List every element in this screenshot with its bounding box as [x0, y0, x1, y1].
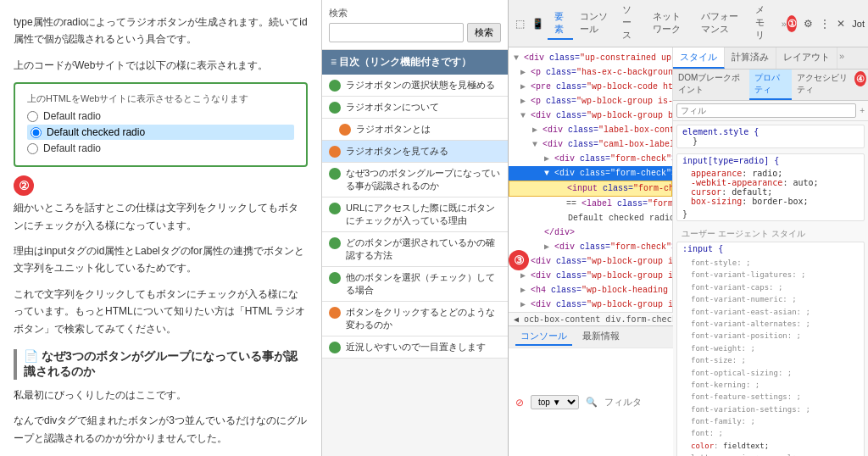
circle-badge-4: ④ — [854, 71, 866, 86]
toc-bullet-6 — [329, 237, 341, 249]
toc-header: ≡ 目次（リンク機能付きです） — [322, 50, 508, 75]
circle-badge-1-toolbar: ① — [787, 15, 797, 32]
element-style-rule: element.style { } — [677, 125, 864, 147]
search-area: 検索 検索 — [322, 0, 508, 50]
inspect-button[interactable]: ⬚ — [512, 16, 528, 31]
html-line-1: ▶ <p class="has-ex-c-background has-back… — [509, 65, 672, 80]
radio-item-2[interactable]: Default checked radio — [27, 125, 294, 140]
html-line-15: ▶ <div class="wp-block-group is-content-… — [509, 269, 672, 283]
styles-content: element.style { } input[type=radio] { ap… — [673, 121, 868, 456]
toc-item-4[interactable]: なぜ3つのボタングループになっている事が認識されるのか — [322, 163, 508, 197]
devtools-toolbar: ⬚ 📱 要素 コンソール ソース ネットワーク パフォーマンス メモリ » ① … — [509, 0, 868, 47]
toc-item-6[interactable]: どのボタンが選択されているかの確認する方法 — [322, 232, 508, 267]
jot-label: Jot — [852, 19, 865, 29]
section-heading: 📄 なぜ3つのボタンがグループになっている事が認識されるのか — [14, 349, 308, 380]
toc-bullet-9 — [329, 342, 341, 353]
html-line-7: ▶ <div class="form-check">= </div> — [509, 152, 672, 166]
tab-performance[interactable]: パフォーマンス — [694, 8, 748, 40]
html-line-3: ▶ <p class="wp-block-group is-content-ju… — [509, 94, 672, 108]
close-devtools-button[interactable]: ✕ — [833, 16, 849, 31]
html-line-13: ▶ <div class="form-check">= </div> — [509, 240, 672, 254]
breadcrumb-bar: ◀ ocb-box-content div.form-check div#fle… — [509, 312, 673, 325]
toc-item-7[interactable]: 他のボタンを選択（チェック）してる場合 — [322, 267, 508, 302]
radio-item-3[interactable]: Default radio — [27, 142, 294, 154]
toc-bullet-8 — [329, 307, 341, 319]
html-line-12: </div> — [509, 225, 672, 240]
toc-bullet-1 — [329, 102, 341, 114]
console-filter-input[interactable] — [604, 397, 673, 408]
html-panel: ▼ <div class="up-constrained up-containe… — [509, 47, 673, 312]
toc-list: ラジオボタンの選択状態を見極める ラジオボタンについて ラジオボタンとは ラジオ… — [322, 75, 508, 359]
toc-bullet-0 — [329, 80, 341, 92]
new-rule-icon[interactable]: + — [860, 106, 865, 115]
tab-network[interactable]: ネットワーク — [646, 8, 694, 40]
ua-input-selector: :input { — [677, 242, 864, 255]
paragraph-4: 理由はinputタグのid属性とLabelタグのfor属性の連携でボタンと文字列… — [14, 242, 308, 277]
html-line-14: ▶ <div class="wp-block-group is-content-… — [509, 254, 672, 269]
sub-tab-dom[interactable]: DOMブレークポイント — [673, 70, 749, 100]
more-tabs-icon[interactable]: » — [782, 19, 787, 29]
intro-paragraph-1: type属性のradioによってラジオボタンが生成されます。続いてid属性で個が… — [14, 14, 308, 48]
section-icon: 📄 — [24, 349, 38, 363]
styles-filter-input[interactable] — [676, 103, 856, 118]
more-styles-tabs[interactable]: » — [837, 47, 846, 69]
toc-item-3[interactable]: ラジオボタンを見てみる — [322, 141, 508, 163]
more-options-button[interactable]: ⋮ — [816, 16, 833, 31]
sub-tabs: DOMブレークポイント プロパティ アクセシビリティ ④ — [673, 70, 868, 101]
html-line-2: ▶ <pre class="wp-block-code html bljs xm… — [509, 80, 672, 94]
search-button[interactable]: 検索 — [467, 23, 501, 42]
console-tab-updates[interactable]: 最新情報 — [577, 328, 625, 346]
tab-memory[interactable]: メモリ — [748, 1, 780, 46]
html-line-6: ▼ <div class="caml-box-label block-box-b… — [509, 137, 672, 152]
styles-filter-bar: + — [673, 101, 868, 121]
sub-tab-properties[interactable]: プロパティ — [749, 70, 792, 100]
toc-item-1[interactable]: ラジオボタンについて — [322, 97, 508, 119]
styles-tab-layout[interactable]: レイアウト — [776, 47, 837, 69]
radio-label-3: Default radio — [43, 142, 101, 154]
radio-label-1: Default radio — [43, 110, 101, 122]
intro-paragraph-2: 上のコードがWebサイトでは以下の様に表示されます。 — [14, 57, 308, 74]
toc-item-9[interactable]: 近況しやすいので一目置きします — [322, 336, 508, 359]
tab-console[interactable]: コンソール — [573, 8, 615, 40]
toc-item-0[interactable]: ラジオボタンの選択状態を見極める — [322, 75, 508, 97]
device-toggle[interactable]: 📱 — [528, 16, 548, 31]
console-bar: コンソール 最新情報 — [509, 325, 673, 348]
styles-tab-style[interactable]: スタイル — [673, 47, 725, 69]
console-error-icon: ⊘ — [515, 397, 524, 409]
console-input-row: ⊘ top ▼ 🔍 デフォルト レベル ▼ 1件の例外あり — [509, 348, 673, 456]
paragraph-6: 私最初にびっくりしたのはここです。 — [14, 386, 308, 403]
toc-panel: 検索 検索 ≡ 目次（リンク機能付きです） ラジオボタンの選択状態を見極める ラ… — [322, 0, 509, 456]
toc-item-2[interactable]: ラジオボタンとは — [322, 119, 508, 141]
toc-bullet-2 — [339, 124, 351, 136]
tab-sources[interactable]: ソース — [615, 1, 647, 46]
toc-bullet-3 — [329, 146, 341, 158]
input-radio-selector: input[type=radio] { — [677, 154, 864, 167]
styles-panel: スタイル 計算済み レイアウト » DOMブレークポイント プロパティ アクセシ… — [673, 47, 868, 456]
circle-badge-2: ② — [14, 175, 34, 196]
breadcrumb: ◀ ocb-box-content div.form-check div#fle… — [514, 314, 673, 324]
radio-demo-box: 上のHTMLをWebサイトに表示させるとこうなります Default radio… — [14, 82, 308, 167]
input-ua-section: :input { font-style: ; font-variant-liga… — [676, 242, 865, 456]
paragraph-5: これで文字列をクリックしてもボタンにチェックが入る様になっています。もっとHTM… — [14, 286, 308, 337]
webpage-content: type属性のradioによってラジオボタンが生成されます。続いてid属性で個が… — [0, 0, 322, 456]
radio-item-1[interactable]: Default radio — [27, 110, 294, 122]
paragraph-7: なんでdivタグで組まれたボタンが3つ並んでいるだけなのにグループと認識されるの… — [14, 412, 308, 447]
toc-item-5[interactable]: URLにアクセスした際に既にボタンにチェックが入っている理由 — [322, 197, 508, 232]
sub-tab-accessibility[interactable]: アクセシビリティ — [792, 70, 853, 100]
console-tab-main[interactable]: コンソール — [515, 328, 572, 346]
search-input[interactable] — [329, 23, 464, 42]
toc-item-8[interactable]: ボタンをクリックするとどのような変わるのか — [322, 302, 508, 336]
element-style-section: element.style { } — [676, 125, 865, 148]
user-agent-label: ユーザー エージェント スタイル — [676, 226, 865, 242]
search-label: 検索 — [329, 7, 501, 19]
settings-button[interactable]: ⚙ — [800, 16, 816, 31]
html-line-11: Default checked radio</label> — [509, 211, 672, 225]
input-radio-close: } — [677, 208, 864, 220]
html-line-8[interactable]: ▼ <div class="form-check"> — [509, 166, 672, 181]
console-top-select[interactable]: top ▼ — [531, 395, 579, 409]
toc-bullet-7 — [329, 272, 341, 284]
html-panel-wrapper: ▼ <div class="up-constrained up-containe… — [509, 47, 673, 456]
tab-elements[interactable]: 要素 — [548, 8, 573, 40]
styles-tab-computed[interactable]: 計算済み — [725, 47, 776, 69]
input-radio-section: input[type=radio] { appearance: radio; -… — [676, 153, 865, 221]
